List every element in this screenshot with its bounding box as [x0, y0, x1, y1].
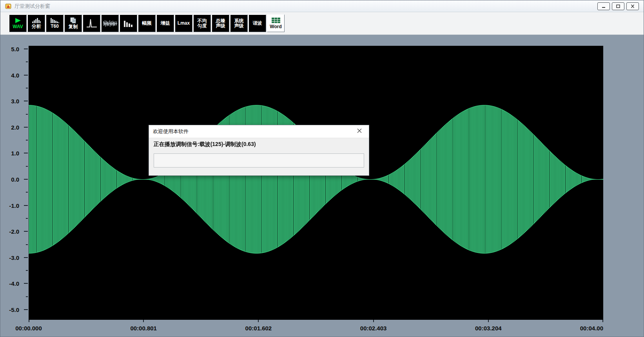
toolbar-button-harmonics[interactable]: 谐波 — [249, 14, 266, 32]
y-axis-tick — [24, 49, 28, 49]
toolbar-button-label: 增益 — [161, 21, 170, 26]
dialog-title-bar[interactable]: 欢迎使用本软件 — [149, 125, 369, 138]
toolbar-button-label: 总噪 声级 — [216, 18, 225, 29]
toolbar-button-label: 系统 声级 — [234, 18, 244, 29]
welcome-dialog: 欢迎使用本软件 正在播放调制信号:载波(125)-调制波(0.63) — [149, 125, 369, 176]
toolbar-button-waveform[interactable] — [101, 14, 119, 32]
x-axis-tick — [258, 320, 259, 322]
toolbar-button-label: 幅频 — [142, 21, 152, 26]
y-axis-tick — [24, 153, 28, 153]
toolbar-button-label: WAV — [13, 24, 23, 29]
y-axis-minor-tick — [26, 244, 28, 245]
toolbar-button-level-bars[interactable] — [120, 14, 137, 32]
toolbar-button-t60[interactable]: T60 — [46, 14, 63, 32]
y-axis-label: 2.0 — [11, 124, 19, 130]
dialog-title: 欢迎使用本软件 — [153, 128, 189, 135]
toolbar-button-copy[interactable]: 复制 — [64, 14, 82, 32]
y-axis-label: 3.0 — [11, 98, 19, 105]
y-axis-label: 5.0 — [11, 46, 19, 52]
toolbar-button-wav-play[interactable]: WAV — [9, 14, 27, 32]
toolbar-button-label: 不均 匀度 — [198, 18, 207, 29]
level-bars-icon — [123, 20, 134, 27]
waveform-canvas[interactable] — [29, 46, 603, 320]
y-axis-tick — [24, 101, 28, 101]
toolbar-button-gain[interactable]: 增益 — [156, 14, 174, 32]
dialog-close-button[interactable] — [354, 126, 365, 137]
toolbar-button-total-noise[interactable]: 总噪 声级 — [212, 14, 229, 32]
word-export-icon — [271, 17, 281, 23]
toolbar-button-amp-freq[interactable]: 幅频 — [138, 14, 156, 32]
copy-icon — [70, 17, 77, 23]
y-axis-tick — [24, 205, 28, 206]
y-axis-tick — [24, 127, 28, 128]
play-icon — [15, 18, 22, 23]
toolbar-button-label: 复制 — [69, 24, 78, 29]
dialog-body: 正在播放调制信号:载波(125)-调制波(0.63) — [149, 138, 369, 168]
y-axis-minor-tick — [26, 296, 28, 297]
x-axis-label: 00:00.801 — [130, 324, 157, 333]
y-axis-label: 4.0 — [11, 72, 19, 78]
minimize-icon — [601, 3, 606, 10]
y-axis-minor-tick — [26, 166, 28, 167]
y-axis-label: -4.0 — [9, 280, 19, 287]
y-axis-tick — [24, 283, 28, 284]
close-button[interactable] — [626, 2, 639, 10]
y-axis-minor-tick — [26, 270, 28, 271]
y-axis-tick — [24, 257, 28, 258]
y-axis-label: -2.0 — [9, 228, 19, 235]
y-axis-ticks — [24, 46, 29, 320]
toolbar-button-system-level[interactable]: 系统 声级 — [230, 14, 248, 32]
toolbar-button-word-export[interactable]: Word — [267, 14, 285, 32]
x-axis-tick — [143, 320, 144, 322]
y-axis-label: 0.0 — [11, 176, 19, 183]
title-bar[interactable]: 厅堂测试分析窗 — [0, 0, 644, 12]
y-axis-label: -5.0 — [9, 306, 19, 313]
y-axis-minor-tick — [26, 114, 28, 115]
toolbar-button-impulse[interactable] — [83, 14, 100, 32]
toolbar-button-label: 分析 — [32, 24, 41, 29]
window-title: 厅堂测试分析窗 — [15, 3, 50, 10]
toolbar-button-analyze[interactable]: 分析 — [27, 14, 45, 32]
y-axis-labels: 5.04.03.02.01.00.0-1.0-2.0-3.0-4.0-5.0 — [4, 46, 19, 320]
toolbar: WAV分析T60复制幅频增益Lmax不均 匀度总噪 声级系统 声级谐波Word — [0, 12, 644, 35]
y-axis-minor-tick — [26, 140, 28, 141]
maximize-icon — [616, 3, 620, 10]
y-axis-label: 1.0 — [11, 150, 19, 157]
toolbar-button-label: Word — [270, 24, 281, 29]
y-axis-minor-tick — [26, 192, 28, 193]
toolbar-button-label: Lmax — [178, 21, 190, 26]
dialog-message: 正在播放调制信号:载波(125)-调制波(0.63) — [154, 141, 364, 148]
impulse-response-icon — [86, 18, 98, 29]
x-axis-ticks — [29, 320, 603, 323]
y-axis-tick — [24, 309, 28, 310]
y-axis-tick — [24, 75, 28, 76]
close-icon — [357, 128, 362, 135]
x-axis-tick — [602, 320, 603, 322]
maximize-button[interactable] — [612, 2, 624, 10]
toolbar-button-label: T60 — [51, 24, 59, 29]
y-axis-minor-tick — [26, 88, 28, 88]
app-window: 厅堂测试分析窗 WAV分析T60复制幅频增益Lmax不均 匀度总噪 声级系统 声… — [0, 0, 644, 337]
analysis-chart-icon — [32, 18, 41, 23]
x-axis-label: 00:04.00 — [580, 324, 603, 333]
x-axis-label: 00:01.602 — [245, 324, 272, 333]
y-axis-label: -3.0 — [9, 254, 19, 261]
y-axis-label: -1.0 — [9, 202, 19, 209]
toolbar-button-non-uniformity[interactable]: 不均 匀度 — [193, 14, 211, 32]
minimize-button[interactable] — [597, 2, 610, 10]
window-controls — [597, 2, 639, 10]
x-axis-tick — [488, 320, 489, 322]
x-axis-tick — [373, 320, 374, 322]
x-axis-label: 00:03.204 — [475, 324, 502, 333]
x-axis-label: 00:02.403 — [360, 324, 387, 333]
y-axis-minor-tick — [26, 218, 28, 219]
t60-decay-icon — [50, 18, 60, 23]
x-axis-tick — [29, 320, 29, 322]
close-icon — [630, 3, 635, 10]
y-axis-tick — [24, 179, 28, 180]
toolbar-button-lmax[interactable]: Lmax — [175, 14, 192, 32]
waveform-icon — [103, 20, 117, 27]
x-axis-label: 00:00.000 — [15, 324, 42, 333]
progress-bar — [154, 153, 364, 168]
y-axis-minor-tick — [26, 61, 28, 62]
